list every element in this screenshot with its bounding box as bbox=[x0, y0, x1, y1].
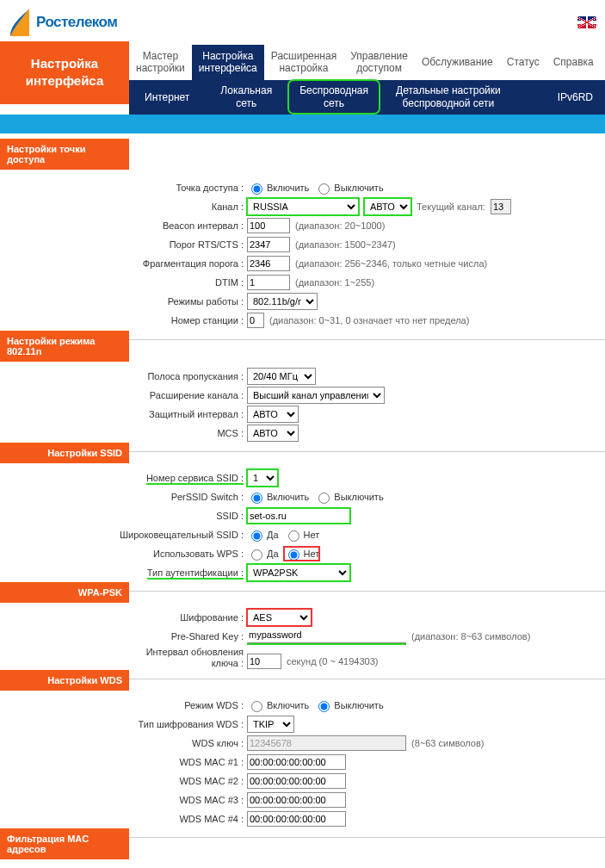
label-mcs: MCS : bbox=[0, 428, 247, 438]
wps-no[interactable]: Нет bbox=[284, 547, 320, 561]
label-beacon: Beacon интервал : bbox=[0, 220, 247, 231]
wdsmode-disable[interactable]: Выключить bbox=[314, 698, 383, 712]
mode-select[interactable]: 802.11b/g/n bbox=[247, 293, 318, 310]
label-wdskey: WDS ключ : bbox=[0, 738, 247, 748]
wps-yes[interactable]: Да bbox=[247, 547, 279, 561]
label-ssidnum: Номер сервиса SSID : bbox=[146, 473, 244, 485]
tab-access[interactable]: Управлениедоступом bbox=[343, 45, 415, 80]
subtab-lan[interactable]: Локальнаясеть bbox=[205, 84, 287, 109]
rostelecom-icon bbox=[9, 7, 31, 38]
label-rekey2: ключа : bbox=[0, 658, 244, 669]
section-wds: Настройки WDS bbox=[0, 670, 129, 691]
subtab-wireless-detail[interactable]: Детальные настройкибеспроводной сети bbox=[380, 84, 516, 109]
label-channel: Канал : bbox=[0, 202, 247, 212]
enc-select[interactable]: AES bbox=[247, 609, 312, 626]
tab-interface[interactable]: Настройкаинтерфейса bbox=[192, 45, 264, 80]
subtab-wireless[interactable]: Беспроводнаясеть bbox=[287, 79, 380, 115]
label-station: Номер станции : bbox=[0, 315, 247, 326]
current-channel bbox=[491, 199, 511, 214]
wdsmac2-input[interactable] bbox=[247, 773, 346, 789]
section-wpa: WPA-PSK bbox=[0, 582, 129, 603]
tab-help[interactable]: Справка bbox=[546, 51, 601, 73]
ext-select[interactable]: Высший канал управления bbox=[247, 387, 385, 404]
brand-logo: Ростелеком bbox=[9, 7, 117, 38]
channel-country[interactable]: RUSSIA bbox=[247, 198, 359, 215]
auth-select[interactable]: WPA2PSK bbox=[247, 564, 350, 581]
ap-enable[interactable]: Включить bbox=[247, 181, 309, 195]
wdsmode-enable[interactable]: Включить bbox=[247, 698, 309, 712]
bw-select[interactable]: 20/40 МГц bbox=[247, 368, 316, 385]
wdsmac4-input[interactable] bbox=[247, 811, 346, 827]
station-input[interactable] bbox=[247, 313, 264, 328]
channel-auto[interactable]: АВТО bbox=[364, 198, 411, 215]
subtab-internet[interactable]: Интернет bbox=[129, 91, 205, 103]
label-enc: Шифрование : bbox=[0, 612, 247, 623]
wdskey-input[interactable] bbox=[247, 735, 406, 751]
ssid-input[interactable] bbox=[247, 508, 350, 524]
tab-advanced[interactable]: Расширеннаянастройка bbox=[264, 45, 343, 80]
label-broad: Широковещательный SSID : bbox=[0, 530, 247, 540]
tab-maintenance[interactable]: Обслуживание bbox=[415, 51, 500, 73]
label-rekey1: Интервал обновления bbox=[0, 647, 244, 658]
perssid-enable[interactable]: Включить bbox=[247, 490, 309, 504]
label-wps: Использовать WPS : bbox=[0, 549, 247, 559]
label-wdsmode: Режим WDS : bbox=[0, 700, 247, 710]
label-ext: Расширение канала : bbox=[0, 390, 247, 400]
section-ssid: Настройки SSID bbox=[0, 443, 129, 463]
gi-select[interactable]: АВТО bbox=[247, 406, 299, 423]
brand-text: Ростелеком bbox=[36, 14, 117, 31]
page-title: Настройка интерфейса bbox=[0, 41, 129, 104]
wdsmac3-input[interactable] bbox=[247, 792, 346, 808]
frag-input[interactable] bbox=[247, 256, 290, 271]
label-ssid: SSID : bbox=[0, 511, 247, 521]
ap-disable[interactable]: Выключить bbox=[314, 181, 383, 195]
perssid-disable[interactable]: Выключить bbox=[314, 490, 383, 504]
language-flag-icon[interactable] bbox=[577, 16, 596, 28]
label-mode: Режимы работы : bbox=[0, 296, 247, 307]
label-auth: Тип аутентификации : bbox=[147, 567, 244, 580]
label-rtscts: Порог RTS/CTS : bbox=[0, 239, 247, 250]
label-ap: Точка доступа : bbox=[0, 183, 247, 193]
ssidnum-select[interactable]: 1 bbox=[247, 469, 278, 487]
section-ap: Настройки точки доступа bbox=[0, 139, 129, 170]
label-frag: Фрагментация порога : bbox=[0, 258, 247, 269]
wdsenc-select[interactable]: TKIP bbox=[247, 716, 294, 733]
label-gi: Защитный интервал : bbox=[0, 409, 247, 419]
tab-status[interactable]: Статус bbox=[500, 51, 546, 73]
rtscts-input[interactable] bbox=[247, 237, 290, 252]
label-dtim: DTIM : bbox=[0, 277, 247, 288]
broad-yes[interactable]: Да bbox=[247, 528, 279, 542]
rekey-input[interactable] bbox=[247, 654, 281, 669]
tab-wizard[interactable]: Мастернастройки bbox=[129, 45, 192, 80]
section-n11: Настройки режима 802.11n bbox=[0, 331, 129, 362]
beacon-input[interactable] bbox=[247, 218, 290, 233]
subtab-ipv6rd[interactable]: IPv6RD bbox=[542, 91, 605, 103]
psk-input[interactable] bbox=[247, 628, 406, 643]
section-macf: Фильтрация MAC адресов bbox=[0, 828, 129, 859]
label-wdsenc: Тип шифрования WDS : bbox=[0, 719, 247, 729]
label-perssid: PerSSID Switch : bbox=[0, 492, 247, 502]
dtim-input[interactable] bbox=[247, 275, 290, 290]
wdsmac1-input[interactable] bbox=[247, 754, 346, 770]
label-psk: Pre-Shared Key : bbox=[0, 631, 247, 642]
mcs-select[interactable]: АВТО bbox=[247, 425, 299, 442]
broad-no[interactable]: Нет bbox=[284, 528, 320, 542]
label-bw: Полоса пропускания : bbox=[0, 371, 247, 381]
